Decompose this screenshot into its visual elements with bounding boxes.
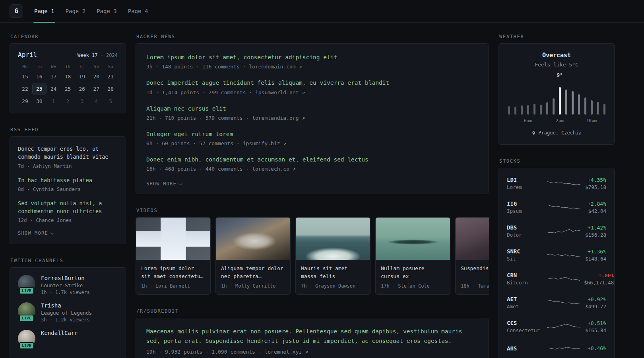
left-column: CALENDAR April Week 17 · 2024 MoTuWeThFr… <box>10 34 126 358</box>
video-card[interactable]: Suspendisse diam 18h · Tara <box>455 217 489 295</box>
channel-name[interactable]: ForrestBurton <box>41 275 90 281</box>
external-link-icon[interactable]: ↗ <box>283 140 286 146</box>
weather-widget: WEATHER Overcast Feels like 5°C 9° 6am2p… <box>499 34 615 145</box>
calendar-weekday: Th <box>61 58 75 70</box>
calendar-day[interactable]: 1 <box>47 95 61 107</box>
rss-item-title[interactable]: Sed volutpat nulla nisl, a condimentum n… <box>18 199 118 216</box>
chevron-down-icon <box>178 181 182 185</box>
hn-item-title[interactable]: Donec enim nibh, condimentum et accumsan… <box>146 156 478 163</box>
stock-sparkline <box>547 178 580 189</box>
stock-row[interactable]: CCSConsectetur +0.51%$165.84 <box>507 315 606 339</box>
external-link-icon[interactable]: ↗ <box>302 115 305 121</box>
video-card[interactable]: Lorem ipsum dolor sit amet consectetu… 1… <box>136 217 211 295</box>
videos-widget-title: VIDEOS <box>136 208 489 213</box>
stock-name: Dolor <box>507 232 543 238</box>
video-title[interactable]: Suspendisse diam <box>461 265 489 280</box>
video-thumbnail[interactable] <box>456 218 489 260</box>
calendar-day[interactable]: 17 <box>47 70 61 83</box>
post-title[interactable]: Maecenas mollis pulvinar erat non posuer… <box>146 327 478 345</box>
hn-item-meta: 21h · 710 points · 579 comments · loreml… <box>146 115 478 121</box>
external-link-icon[interactable]: ↗ <box>302 90 305 95</box>
stock-row[interactable]: IIGIpsum +2.84%$42.04 <box>507 195 606 219</box>
video-meta: 18h · Tara <box>461 283 489 289</box>
video-card[interactable]: Aliquam tempor dolor nec pharetra… 1h · … <box>215 217 291 295</box>
calendar-day-selected[interactable]: 23 <box>32 83 47 95</box>
stocks-widget-title: STOCKS <box>499 158 615 164</box>
rss-item-title[interactable]: In hac habitasse platea <box>18 176 118 184</box>
video-thumbnail[interactable] <box>216 218 290 260</box>
rss-show-more-button[interactable]: SHOW MORE <box>18 230 118 236</box>
calendar-day[interactable]: 18 <box>61 70 75 83</box>
stock-sparkline <box>547 274 580 284</box>
calendar-day[interactable]: 20 <box>89 70 103 83</box>
live-badge: LIVE <box>19 315 34 322</box>
tab-page-3[interactable]: Page 3 <box>96 0 118 22</box>
tab-page-2[interactable]: Page 2 <box>65 0 87 22</box>
video-thumbnail[interactable] <box>376 218 450 260</box>
weather-bar <box>508 106 510 115</box>
video-title[interactable]: Nullam posuere cursus ex <box>381 265 445 280</box>
video-thumbnail[interactable] <box>136 218 210 260</box>
hn-item-title[interactable]: Integer eget rutrum lorem <box>146 130 478 138</box>
stock-change: +4.35% <box>585 177 606 183</box>
calendar-day[interactable]: 5 <box>103 95 118 107</box>
video-title[interactable]: Lorem ipsum dolor sit amet consectetu… <box>141 265 205 280</box>
calendar-day[interactable]: 15 <box>18 70 32 83</box>
calendar-day[interactable]: 2 <box>61 95 75 107</box>
hn-item: Donec imperdiet augue tincidunt felis al… <box>146 79 478 95</box>
hn-item-title[interactable]: Aliquam nec cursus elit <box>146 105 478 113</box>
hn-meta-text: 21h · 710 points · 579 comments · loreml… <box>146 115 299 121</box>
stock-row[interactable]: AHS +0.46% <box>507 339 606 358</box>
stock-row[interactable]: LDILorem +4.35%$795.18 <box>507 171 606 195</box>
videos-widget: VIDEOS Lorem ipsum dolor sit amet consec… <box>136 208 489 295</box>
weather-bar <box>559 87 561 115</box>
weather-location[interactable]: Prague, Czechia <box>507 130 606 136</box>
stock-name: Ipsum <box>507 208 543 214</box>
tab-page-1[interactable]: Page 1 <box>33 0 55 22</box>
stock-row[interactable]: AETAmet +0.92%$499.72 <box>507 291 606 315</box>
calendar-day[interactable]: 19 <box>75 70 89 83</box>
calendar-day[interactable]: 30 <box>32 95 47 107</box>
video-thumbnail[interactable] <box>296 218 370 260</box>
external-link-icon[interactable]: ↗ <box>299 64 302 70</box>
external-link-icon[interactable]: ↗ <box>293 166 296 172</box>
rss-item-title[interactable]: Donec tempor eros leo, ut commodo mauris… <box>18 145 118 161</box>
app-logo[interactable]: G <box>10 4 23 18</box>
twitch-channel[interactable]: LIVE KendallCarr <box>18 330 118 347</box>
calendar-day[interactable]: 29 <box>18 95 32 107</box>
rss-item: Sed volutpat nulla nisl, a condimentum n… <box>18 199 118 224</box>
calendar-day[interactable]: 26 <box>75 83 89 95</box>
hn-item-title[interactable]: Lorem ipsum dolor sit amet, consectetur … <box>146 53 478 61</box>
calendar-day[interactable]: 3 <box>75 95 89 107</box>
stock-row[interactable]: SNRCSit +1.36%$148.64 <box>507 243 606 267</box>
video-card[interactable]: Nullam posuere cursus ex 17h · Stefan Co… <box>375 217 450 295</box>
calendar-day[interactable]: 24 <box>47 83 61 95</box>
stock-change: +0.92% <box>585 296 606 302</box>
weather-time-label: 6am <box>524 118 532 123</box>
calendar-day[interactable]: 28 <box>103 83 118 95</box>
video-card[interactable]: Mauris sit amet massa felis 7h · Grayson… <box>295 217 370 295</box>
channel-name[interactable]: Trisha <box>41 302 92 309</box>
twitch-channel[interactable]: LIVE Trisha League of Legends 3h · 1.2k … <box>18 302 118 323</box>
nav-tabs: Page 1 Page 2 Page 3 Page 4 <box>33 0 149 22</box>
calendar-day[interactable]: 22 <box>18 83 32 95</box>
stock-row[interactable]: DBSDolor +1.42%$156.28 <box>507 219 606 243</box>
video-meta: 7h · Grayson Dawson <box>301 283 365 289</box>
video-title[interactable]: Aliquam tempor dolor nec pharetra… <box>221 265 285 280</box>
calendar-day[interactable]: 16 <box>32 70 47 83</box>
external-link-icon[interactable]: ↗ <box>305 349 308 355</box>
tab-page-4[interactable]: Page 4 <box>127 0 149 22</box>
video-title[interactable]: Mauris sit amet massa felis <box>301 265 365 280</box>
calendar-day[interactable]: 27 <box>89 83 103 95</box>
calendar-day[interactable]: 25 <box>61 83 75 95</box>
stock-row[interactable]: CRNBitcorn -1.00%$66,171.48 <box>507 267 606 291</box>
calendar-day[interactable]: 21 <box>103 70 118 83</box>
video-body: Aliquam tempor dolor nec pharetra… 1h · … <box>216 260 290 294</box>
twitch-channel[interactable]: LIVE ForrestBurton Counter-Strike 1h · 1… <box>18 275 118 295</box>
stock-name: Amet <box>507 304 543 309</box>
hn-show-more-button[interactable]: SHOW MORE <box>146 181 478 187</box>
channel-name[interactable]: KendallCarr <box>41 330 78 336</box>
hn-item-title[interactable]: Donec imperdiet augue tincidunt felis al… <box>146 79 478 87</box>
calendar-day[interactable]: 4 <box>89 95 103 107</box>
channel-info: KendallCarr <box>41 330 78 347</box>
